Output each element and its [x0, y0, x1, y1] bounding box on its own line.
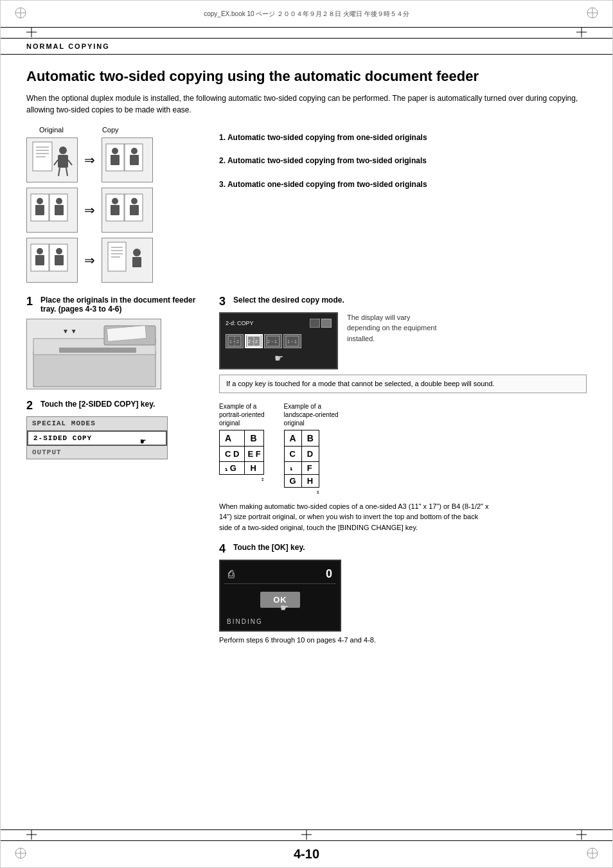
notice-box: If a copy key is touched for a mode that…: [219, 375, 587, 393]
original-label: Original: [39, 126, 64, 134]
copy-mode-display: 2-d: COPY: [219, 312, 338, 369]
duplex-icon-4[interactable]: 1→1: [283, 334, 301, 348]
ab-body-text: When making automatic two-sided copies o…: [219, 501, 489, 533]
svg-rect-36: [111, 205, 120, 215]
bottom-right-crosshair: [576, 829, 587, 842]
panel-special-modes: SPECIAL MODES: [27, 417, 167, 430]
step4-num: 4: [219, 543, 229, 554]
svg-point-31: [56, 198, 62, 204]
step1-num: 1: [26, 296, 37, 307]
page: copy_EX.book 10 ページ ２００４年９月２８日 火曜日 午後９時５…: [0, 0, 613, 868]
svg-rect-42: [35, 255, 44, 265]
feeder-diagram: ▼ ▼: [26, 319, 161, 389]
arrow-3: ⇒: [84, 252, 95, 268]
diagram-orig-3: [26, 238, 78, 283]
svg-text:1→2: 1→2: [229, 339, 239, 344]
step4-caption: Perform steps 6 through 10 on pages 4-7 …: [219, 635, 587, 645]
step4-label: Touch the [OK] key.: [233, 543, 305, 552]
diagram-copy-2: [102, 188, 153, 233]
svg-point-50: [133, 249, 141, 256]
left-crosshair: [26, 27, 37, 39]
svg-rect-52: [33, 351, 155, 387]
panel-2sided-copy[interactable]: 2-SIDED COPY ☛: [27, 430, 167, 446]
bottom-center-crosshair: [301, 829, 312, 842]
svg-point-37: [131, 198, 138, 204]
svg-text:▼  ▼: ▼ ▼: [62, 328, 77, 335]
ok-cursor: ☛: [280, 603, 289, 613]
top-right-reg: [585, 6, 600, 22]
bottom-left-crosshair: [26, 829, 37, 842]
duplex-icon-2[interactable]: 2→2: [245, 334, 263, 348]
section-label: NORMAL COPYING: [1, 39, 612, 55]
svg-line-17: [54, 160, 58, 165]
duplex-icon-3[interactable]: 2→1: [264, 334, 282, 348]
display-caption: The display will vary depending on the e…: [347, 312, 437, 344]
svg-rect-26: [130, 155, 139, 165]
step3-num: 3: [219, 296, 229, 307]
ok-button[interactable]: OK ☛: [260, 592, 300, 608]
arrow-2: ⇒: [84, 202, 95, 218]
bottom-left-reg: [13, 846, 28, 862]
svg-rect-57: [59, 348, 136, 353]
duplex-icon-1[interactable]: 1→2: [226, 334, 244, 348]
diagram-orig-1: [26, 137, 78, 182]
svg-rect-24: [111, 155, 120, 165]
numbered-item-3: 3. Automatic one-sided copying from two-…: [219, 179, 587, 190]
svg-rect-51: [132, 257, 141, 267]
svg-rect-44: [55, 255, 64, 265]
svg-point-35: [112, 198, 118, 204]
intro-text: When the optional duplex module is insta…: [26, 93, 587, 116]
copy-label: Copy: [102, 126, 119, 134]
svg-line-19: [58, 168, 60, 176]
svg-rect-30: [35, 205, 44, 215]
svg-point-41: [37, 248, 43, 254]
landscape-diagram: A B C D ₁ F: [284, 430, 319, 495]
svg-text:1→1: 1→1: [287, 339, 297, 344]
header-meta: copy_EX.book 10 ページ ２００４年９月２８日 火曜日 午後９時５…: [204, 10, 409, 19]
step3-label: Select the desired copy mode.: [233, 296, 344, 305]
ok-display: ⎙ 0 OK ☛ BINDING: [219, 560, 341, 632]
binding-label: BINDING: [227, 618, 263, 625]
diagram-orig-2: [26, 188, 78, 233]
top-left-reg: [13, 6, 28, 22]
bottom-right-reg: [585, 846, 600, 862]
step2-label: Touch the [2-SIDED COPY] key.: [40, 400, 155, 409]
svg-rect-32: [55, 205, 64, 215]
portrait-label: Example of a portrait-oriented original: [219, 402, 265, 427]
click-cursor: ☛: [141, 436, 147, 447]
svg-point-25: [131, 148, 138, 154]
numbered-item-1: 1. Automatic two-sided copying from one-…: [219, 132, 587, 143]
svg-rect-16: [58, 155, 68, 168]
svg-text:2→2: 2→2: [248, 339, 258, 344]
panel-display: SPECIAL MODES 2-SIDED COPY ☛ OUTPUT: [26, 416, 168, 459]
svg-text:2→1: 2→1: [267, 339, 277, 344]
svg-point-29: [37, 198, 43, 204]
svg-rect-38: [130, 205, 139, 215]
svg-point-15: [59, 146, 67, 154]
diagram-copy-3: [102, 238, 153, 283]
step2-num: 2: [26, 400, 37, 411]
portrait-diagram: A B C D E F: [219, 430, 264, 482]
panel-output: OUTPUT: [27, 446, 167, 459]
step1-label: Place the originals in the document feed…: [40, 296, 206, 314]
page-number: 4-10: [294, 847, 319, 862]
svg-line-20: [66, 168, 67, 176]
landscape-label: Example of a landscape-oriented original: [284, 402, 339, 427]
arrow-1: ⇒: [84, 152, 95, 168]
right-crosshair: [576, 27, 587, 39]
svg-point-43: [56, 248, 62, 254]
svg-point-23: [112, 148, 118, 154]
page-title: Automatic two-sided copying using the au…: [26, 67, 587, 86]
numbered-item-2: 2. Automatic two-sided copying from two-…: [219, 155, 587, 166]
diagram-copy-1: [102, 137, 153, 182]
svg-line-18: [68, 160, 72, 165]
